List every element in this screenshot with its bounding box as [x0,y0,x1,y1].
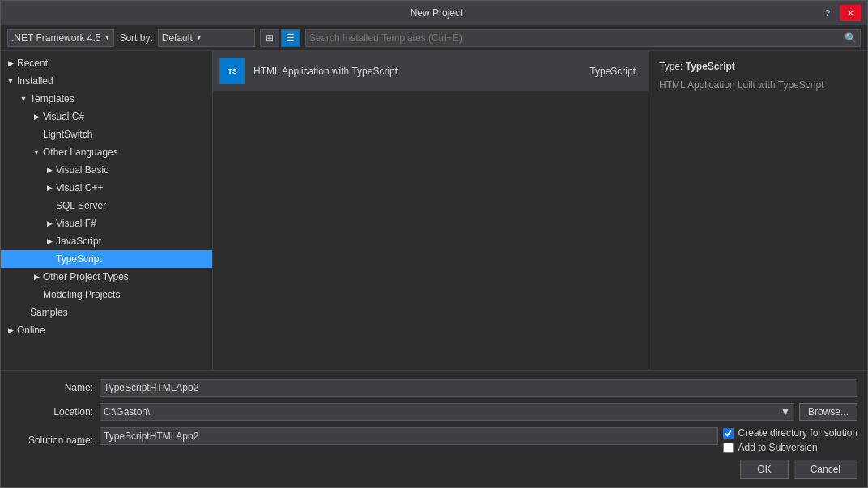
expand-icon: ▶ [4,324,17,337]
typescript-icon: TS [220,58,245,84]
sidebar-item-other-languages[interactable]: ▼ Other Languages [1,143,212,161]
sidebar-item-lightswitch[interactable]: ▶ LightSwitch [1,125,212,143]
sidebar-item-visual-basic[interactable]: ▶ Visual Basic [1,161,212,179]
sort-dropdown[interactable]: Default ▼ [158,29,255,47]
sidebar-item-label: LightSwitch [43,129,92,140]
sidebar-item-label: TypeScript [56,253,102,265]
ok-button[interactable]: OK [740,460,788,479]
help-button[interactable]: ? [817,5,838,21]
type-value: TypeScript [686,61,735,72]
solution-name-input[interactable] [100,427,718,445]
sidebar-item-label: Visual C# [43,111,84,122]
sidebar-item-label: JavaScript [56,236,101,247]
buttons-row: OK Cancel [11,460,857,479]
location-wrapper: C:\Gaston\ ▼ Browse... [100,403,857,421]
search-icon: 🔍 [845,32,857,44]
sort-value: Default [162,32,193,44]
location-row: Location: C:\Gaston\ ▼ Browse... [11,403,857,421]
sidebar-item-label: Visual F# [56,218,96,229]
expand-icon: ▶ [43,163,56,176]
sidebar-item-label: SQL Server [56,200,106,211]
sidebar: ▶ Recent ▼ Installed ▼ Templates ▶ Visua… [1,51,213,370]
sort-arrow-icon: ▼ [196,34,202,41]
type-row: Type: TypeScript [659,61,857,72]
sidebar-item-visual-c[interactable]: ▶ Visual C# [1,108,212,125]
dialog-title: New Project [56,7,817,19]
sidebar-item-typescript[interactable]: ▶ TypeScript [1,250,212,268]
framework-arrow-icon: ▼ [104,34,110,41]
main-panel: TS HTML Application with TypeScript Type… [213,51,649,370]
toolbar: .NET Framework 4.5 ▼ Sort by: Default ▼ … [1,25,867,51]
location-label: Location: [11,406,100,418]
solution-name-row: Solution name: Create directory for solu… [11,427,857,453]
info-panel: Type: TypeScript HTML Application built … [649,51,867,370]
solution-name-label: Solution name: [11,435,100,446]
sidebar-item-label: Installed [17,75,53,87]
sidebar-item-modeling-projects[interactable]: ▶ Modeling Projects [1,286,212,303]
dropdown-arrow-icon: ▼ [781,406,790,418]
sidebar-item-label: Modeling Projects [43,289,120,300]
bottom-panel: Name: Location: C:\Gaston\ ▼ Browse... S… [1,370,867,487]
sidebar-item-label: Visual C++ [56,182,103,193]
framework-value: .NET Framework 4.5 [11,32,100,44]
sidebar-item-label: Templates [30,93,74,104]
create-directory-checkbox[interactable] [723,428,734,439]
content-area: ▶ Recent ▼ Installed ▼ Templates ▶ Visua… [1,51,867,370]
add-subversion-checkbox[interactable] [723,443,734,453]
name-label: Name: [11,382,100,393]
sidebar-item-sql-server[interactable]: ▶ SQL Server [1,197,212,214]
location-value: C:\Gaston\ [104,406,150,418]
sidebar-item-label: Samples [30,307,68,318]
add-subversion-label: Add to Subversion [738,442,818,453]
project-icon: TS [219,58,245,84]
browse-button[interactable]: Browse... [799,403,857,421]
sidebar-item-label: Visual Basic [56,164,108,176]
expand-icon: ▶ [43,235,56,248]
sidebar-item-label: Other Languages [43,146,118,158]
expand-icon: ▶ [43,217,56,230]
sidebar-item-templates[interactable]: ▼ Templates [1,90,212,108]
project-list: TS HTML Application with TypeScript Type… [213,51,649,370]
create-directory-row: Create directory for solution [723,427,857,439]
info-description: HTML Application built with TypeScript [659,79,857,92]
sidebar-item-recent[interactable]: ▶ Recent [1,54,212,72]
sidebar-item-label: Recent [17,57,48,69]
project-language: TypeScript [589,66,642,77]
type-label: Type: [659,61,686,72]
add-subversion-row: Add to Subversion [723,442,857,453]
expand-icon: ▼ [17,92,30,105]
name-input[interactable] [100,379,857,397]
titlebar: New Project ? ✕ [1,1,867,25]
search-input[interactable] [309,32,841,44]
expand-icon: ▶ [43,181,56,194]
location-input[interactable]: C:\Gaston\ ▼ [100,403,794,421]
list-view-button[interactable]: ☰ [281,29,300,47]
project-name: HTML Application with TypeScript [253,66,581,77]
expand-icon: ▶ [30,110,43,123]
close-button[interactable]: ✕ [840,5,861,21]
sidebar-item-label: Online [17,325,45,336]
grid-view-button[interactable]: ⊞ [260,29,279,47]
sidebar-item-samples[interactable]: ▶ Samples [1,303,212,321]
expand-icon: ▼ [4,74,17,87]
new-project-dialog: New Project ? ✕ .NET Framework 4.5 ▼ Sor… [0,0,868,488]
sidebar-item-javascript[interactable]: ▶ JavaScript [1,232,212,250]
checkboxes: Create directory for solution Add to Sub… [723,427,857,453]
cancel-button[interactable]: Cancel [794,460,857,479]
project-item[interactable]: TS HTML Application with TypeScript Type… [213,51,649,91]
expand-icon: ▶ [4,57,17,70]
name-row: Name: [11,379,857,397]
view-buttons: ⊞ ☰ [260,29,300,47]
sidebar-item-installed[interactable]: ▼ Installed [1,72,212,90]
titlebar-controls: ? ✕ [817,5,861,21]
expand-icon: ▶ [30,270,43,283]
sidebar-item-visual-cpp[interactable]: ▶ Visual C++ [1,179,212,197]
sort-label: Sort by: [119,32,152,44]
sidebar-item-label: Other Project Types [43,271,129,282]
sidebar-item-online[interactable]: ▶ Online [1,321,212,339]
sidebar-item-visual-f[interactable]: ▶ Visual F# [1,214,212,232]
sidebar-item-other-project-types[interactable]: ▶ Other Project Types [1,268,212,286]
framework-dropdown[interactable]: .NET Framework 4.5 ▼ [7,29,114,47]
expand-icon: ▼ [30,146,43,159]
create-directory-label: Create directory for solution [738,427,857,439]
